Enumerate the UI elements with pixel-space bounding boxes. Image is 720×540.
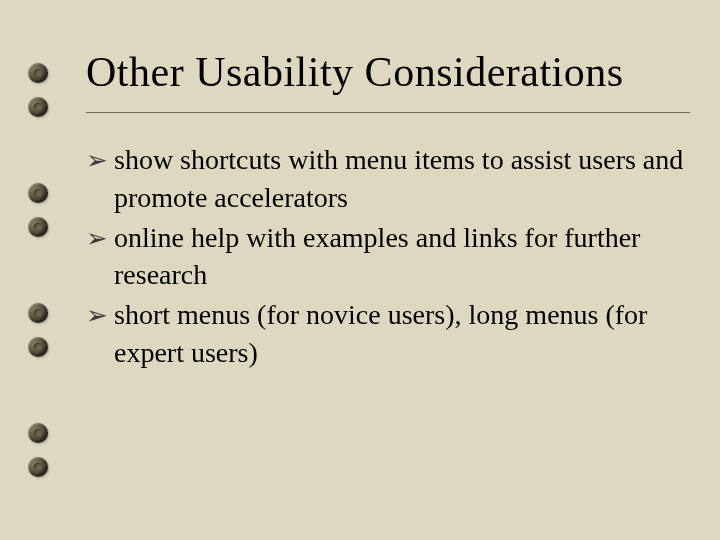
bullet-text: short menus (for novice users), long men… <box>114 299 647 368</box>
presentation-slide: Other Usability Considerations ➢ show sh… <box>0 0 720 540</box>
binder-hole <box>28 183 54 203</box>
bullet-text: show shortcuts with menu items to assist… <box>114 144 683 213</box>
bullet-item: ➢ short menus (for novice users), long m… <box>86 296 690 372</box>
arrow-bullet-icon: ➢ <box>86 143 108 178</box>
hole-pair <box>28 183 68 237</box>
binder-hole <box>28 303 54 323</box>
bullet-item: ➢ show shortcuts with menu items to assi… <box>86 141 690 217</box>
slide-title: Other Usability Considerations <box>86 48 690 113</box>
bullet-item: ➢ online help with examples and links fo… <box>86 219 690 295</box>
binder-hole <box>28 97 54 117</box>
bullet-text: online help with examples and links for … <box>114 222 640 291</box>
binder-hole <box>28 63 54 83</box>
hole-pair <box>28 423 68 477</box>
binder-hole <box>28 423 54 443</box>
hole-pair <box>28 303 68 357</box>
bullet-list: ➢ show shortcuts with menu items to assi… <box>86 141 690 372</box>
arrow-bullet-icon: ➢ <box>86 221 108 256</box>
binder-hole <box>28 337 54 357</box>
hole-pair <box>28 63 68 117</box>
slide-content: Other Usability Considerations ➢ show sh… <box>86 48 690 374</box>
binder-holes-decoration <box>28 0 68 540</box>
arrow-bullet-icon: ➢ <box>86 298 108 333</box>
binder-hole <box>28 457 54 477</box>
binder-hole <box>28 217 54 237</box>
